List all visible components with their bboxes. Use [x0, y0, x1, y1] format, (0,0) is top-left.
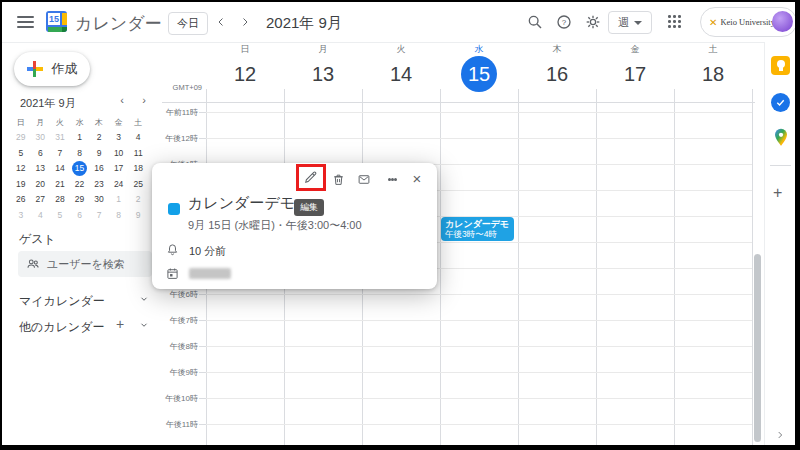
maps-icon[interactable] [773, 128, 789, 151]
mini-calendar-day[interactable]: 6 [31, 146, 51, 162]
mini-calendar-day[interactable]: 20 [31, 177, 51, 193]
mini-calendar-day[interactable]: 30 [89, 192, 109, 208]
mini-calendar-day[interactable]: 24 [109, 177, 129, 193]
keio-logo-icon: ✕ [709, 17, 717, 28]
mini-calendar-day[interactable]: 3 [11, 208, 31, 224]
grid-hour-line [206, 138, 752, 139]
mini-calendar-day[interactable]: 12 [11, 161, 31, 177]
vertical-scrollbar[interactable] [754, 254, 761, 442]
mini-calendar-day[interactable]: 3 [109, 130, 129, 146]
day-number[interactable]: 12 [206, 56, 284, 92]
mini-calendar-day[interactable]: 31 [50, 130, 70, 146]
more-options-icon[interactable] [384, 171, 400, 187]
mini-calendar-day[interactable]: 27 [31, 192, 51, 208]
mini-calendar-day[interactable]: 25 [128, 177, 148, 193]
mini-calendar-day[interactable]: 17 [109, 161, 129, 177]
tasks-icon[interactable] [771, 93, 790, 112]
mini-calendar-day[interactable]: 18 [128, 161, 148, 177]
timezone-label: GMT+09 [158, 83, 202, 92]
mini-calendar-day[interactable]: 9 [89, 146, 109, 162]
mini-calendar-day[interactable]: 15 [70, 161, 90, 177]
account-pill[interactable]: ✕ Keio University [700, 7, 795, 37]
day-number[interactable]: 16 [518, 56, 596, 92]
mini-calendar-prev-icon[interactable]: ‹ [115, 94, 129, 106]
grid-column-line [518, 89, 519, 445]
mini-calendar-day-header: 火 [50, 116, 70, 130]
week-day-header[interactable]: 火14 [362, 43, 440, 101]
mini-calendar-day[interactable]: 6 [70, 208, 90, 224]
mini-calendar-day[interactable]: 2 [128, 192, 148, 208]
mini-calendar-next-icon[interactable]: › [137, 94, 151, 106]
mini-calendar-day[interactable]: 21 [50, 177, 70, 193]
search-icon[interactable] [526, 13, 544, 31]
hide-panel-icon[interactable] [775, 426, 785, 444]
day-number[interactable]: 14 [362, 56, 440, 92]
avatar[interactable] [772, 11, 793, 32]
frame-right [795, 0, 800, 450]
email-envelope-icon[interactable] [356, 171, 372, 187]
grid-hour-line [206, 346, 752, 347]
edit-pencil-icon[interactable] [303, 169, 319, 185]
mini-calendar-day[interactable]: 8 [109, 208, 129, 224]
help-icon[interactable]: ? [555, 13, 573, 31]
week-day-header[interactable]: 木16 [518, 43, 596, 101]
mini-calendar-day[interactable]: 5 [11, 146, 31, 162]
mini-calendar-day[interactable]: 29 [11, 130, 31, 146]
mini-calendar-day[interactable]: 16 [89, 161, 109, 177]
delete-trash-icon[interactable] [330, 171, 346, 187]
add-other-calendar-icon[interactable]: + [116, 316, 124, 332]
mini-calendar-day[interactable]: 22 [70, 177, 90, 193]
prev-week-icon[interactable] [212, 13, 230, 31]
mini-calendar-day[interactable]: 1 [109, 192, 129, 208]
get-addons-icon[interactable]: + [773, 184, 782, 202]
calendar-logo-icon[interactable]: 15 [46, 11, 67, 32]
search-users-input[interactable]: ユーザーを検索 [18, 251, 152, 277]
svg-text:?: ? [562, 18, 567, 27]
day-name: 土 [674, 43, 752, 56]
my-calendars-collapse-icon[interactable] [138, 293, 150, 305]
mini-calendar-day[interactable]: 4 [31, 208, 51, 224]
mini-calendar-day[interactable]: 30 [31, 130, 51, 146]
week-day-header[interactable]: 月13 [284, 43, 362, 101]
mini-calendar-day[interactable]: 2 [89, 130, 109, 146]
create-button[interactable]: 作成 [14, 52, 90, 86]
mini-calendar-day[interactable]: 13 [31, 161, 51, 177]
gutter-tick [199, 112, 206, 113]
day-number-today[interactable]: 15 [461, 56, 497, 92]
calendar-event[interactable]: カレンダーデモ 午後3時〜4時 [441, 217, 514, 241]
mini-calendar-day[interactable]: 9 [128, 208, 148, 224]
week-day-header[interactable]: 金17 [596, 43, 674, 101]
mini-calendar-day[interactable]: 8 [70, 146, 90, 162]
week-day-header[interactable]: 日12 [206, 43, 284, 101]
other-calendars-collapse-icon[interactable] [138, 319, 150, 331]
mini-calendar-day[interactable]: 19 [11, 177, 31, 193]
next-week-icon[interactable] [236, 13, 254, 31]
day-number[interactable]: 18 [674, 56, 752, 92]
week-day-header[interactable]: 水15 [440, 43, 518, 101]
mini-calendar-day[interactable]: 26 [11, 192, 31, 208]
other-calendars-label[interactable]: 他のカレンダー [19, 319, 104, 336]
day-number[interactable]: 17 [596, 56, 674, 92]
mini-calendar-day[interactable]: 5 [50, 208, 70, 224]
mini-calendar-day[interactable]: 11 [128, 146, 148, 162]
mini-calendar-day[interactable]: 23 [89, 177, 109, 193]
mini-calendar-day[interactable]: 7 [50, 146, 70, 162]
my-calendars-label[interactable]: マイカレンダー [19, 293, 105, 310]
mini-calendar-day[interactable]: 29 [70, 192, 90, 208]
mini-calendar-day[interactable]: 14 [50, 161, 70, 177]
week-day-header[interactable]: 土18 [674, 43, 752, 101]
mini-calendar-day[interactable]: 7 [89, 208, 109, 224]
mini-calendar-day[interactable]: 4 [128, 130, 148, 146]
today-button[interactable]: 今日 [168, 12, 208, 35]
view-selector-dropdown[interactable]: 週 [608, 11, 652, 34]
mini-calendar-day[interactable]: 1 [70, 130, 90, 146]
day-number[interactable]: 13 [284, 56, 362, 92]
keep-icon[interactable] [771, 56, 790, 75]
main-menu-icon[interactable] [17, 16, 34, 31]
mini-calendar-day[interactable]: 28 [50, 192, 70, 208]
settings-gear-icon[interactable] [584, 13, 602, 31]
mini-calendar-day[interactable]: 10 [109, 146, 129, 162]
calendar-owner-icon [164, 265, 180, 281]
google-apps-grid-icon[interactable] [668, 15, 681, 28]
close-icon[interactable]: × [409, 170, 425, 186]
